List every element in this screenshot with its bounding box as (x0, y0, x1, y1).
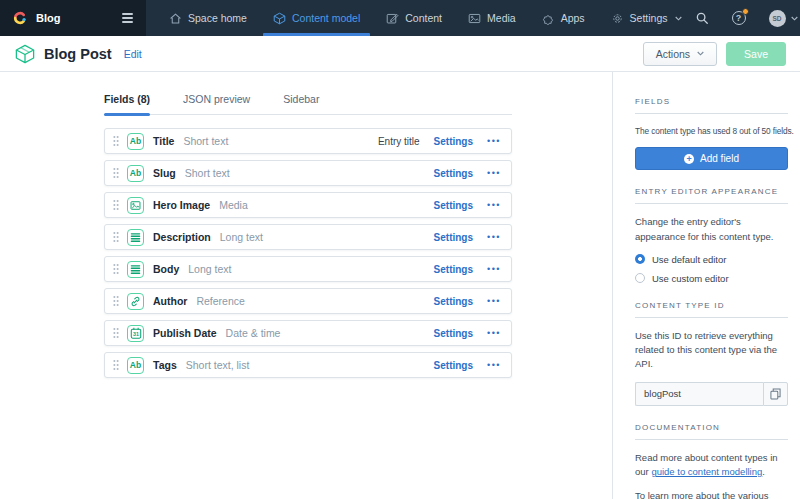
chevron-down-icon (697, 51, 704, 56)
nav-item-label: Apps (561, 12, 585, 24)
field-more-button[interactable]: ••• (487, 200, 501, 210)
add-field-button[interactable]: + Add field (635, 147, 788, 170)
field-type-text-icon: Ab (127, 357, 144, 374)
drag-handle-icon[interactable] (113, 295, 119, 307)
field-list: AbTitleShort textEntry titleSettings•••A… (104, 128, 512, 378)
field-settings-link[interactable]: Settings (434, 264, 473, 275)
editor-options: Use default editorUse custom editor (635, 254, 788, 284)
field-type: Reference (196, 295, 244, 307)
notification-dot (742, 8, 749, 15)
field-type: Long text (220, 231, 263, 243)
field-more-button[interactable]: ••• (487, 296, 501, 306)
field-settings-link[interactable]: Settings (434, 136, 473, 147)
radio-icon (635, 254, 645, 264)
nav-item-label: Content (405, 12, 442, 24)
content-model-icon (273, 12, 286, 25)
tab-json-preview[interactable]: JSON preview (183, 93, 250, 114)
doc-text: To learn more about the various ways of … (635, 490, 787, 499)
field-row-title: AbTitleShort textEntry titleSettings••• (104, 128, 512, 154)
field-settings-link[interactable]: Settings (434, 200, 473, 211)
field-more-button[interactable]: ••• (487, 360, 501, 370)
contentful-logo-icon[interactable] (12, 10, 28, 26)
drag-handle-icon[interactable] (113, 327, 119, 339)
field-more-button[interactable]: ••• (487, 264, 501, 274)
content-icon (386, 12, 399, 25)
copy-button[interactable] (763, 382, 788, 406)
media-icon (468, 12, 481, 25)
plus-icon: + (684, 154, 694, 164)
search-icon[interactable] (695, 11, 709, 25)
field-name: Body (153, 263, 179, 275)
field-more-button[interactable]: ••• (487, 328, 501, 338)
tab-fields-8[interactable]: Fields (8) (104, 93, 150, 114)
help-icon[interactable]: ? (732, 11, 746, 25)
drag-handle-icon[interactable] (113, 199, 119, 211)
drag-handle-icon[interactable] (113, 135, 119, 147)
svg-text:31: 31 (133, 331, 139, 337)
space-name: Blog (36, 12, 60, 24)
field-settings-link[interactable]: Settings (434, 296, 473, 307)
nav-item-settings[interactable]: Settings (598, 0, 695, 36)
field-settings-link[interactable]: Settings (434, 360, 473, 371)
field-type-date-icon: 31 (127, 325, 144, 342)
field-more-button[interactable]: ••• (487, 232, 501, 242)
tab-bar: Fields (8)JSON previewSidebar (104, 93, 512, 115)
nav-item-label: Media (487, 12, 516, 24)
field-type: Date & time (226, 327, 281, 339)
drag-handle-icon[interactable] (113, 167, 119, 179)
save-button[interactable]: Save (726, 42, 786, 66)
field-settings-link[interactable]: Settings (434, 232, 473, 243)
add-field-label: Add field (700, 153, 739, 164)
field-row-hero-image: Hero ImageMediaSettings••• (104, 192, 512, 218)
main-panel: Fields (8)JSON previewSidebar AbTitleSho… (0, 72, 612, 499)
menu-icon[interactable] (121, 10, 134, 26)
radio-option-use-custom-editor[interactable]: Use custom editor (635, 273, 788, 284)
nav-item-space-home[interactable]: Space home (156, 0, 260, 36)
field-settings-link[interactable]: Settings (434, 168, 473, 179)
radio-label: Use custom editor (652, 273, 729, 284)
field-more-button[interactable]: ••• (487, 136, 501, 146)
nav-item-content-model[interactable]: Content model (260, 0, 373, 36)
field-name: Slug (153, 167, 176, 179)
apps-icon (542, 12, 555, 25)
edit-link[interactable]: Edit (124, 48, 142, 60)
field-name: Author (153, 295, 187, 307)
chevron-down-icon (675, 16, 682, 21)
field-type-longtext-icon (127, 261, 144, 278)
content-type-icon (14, 43, 36, 65)
radio-label: Use default editor (652, 254, 726, 265)
field-row-tags: AbTagsShort text, listSettings••• (104, 352, 512, 378)
actions-button-label: Actions (656, 48, 690, 60)
documentation-paragraph-2: To learn more about the various ways of … (635, 489, 788, 499)
main-nav: Space homeContent modelContentMediaAppsS… (156, 0, 695, 36)
nav-item-media[interactable]: Media (455, 0, 529, 36)
nav-right: ? SD (695, 0, 800, 36)
account-menu[interactable]: SD (769, 10, 798, 27)
drag-handle-icon[interactable] (113, 231, 119, 243)
guide-to-content-modelling-link[interactable]: guide to content modelling (651, 466, 762, 477)
section-documentation: DOCUMENTATION Read more about content ty… (635, 423, 788, 499)
radio-icon (635, 273, 645, 283)
section-heading: FIELDS (635, 97, 788, 114)
field-more-button[interactable]: ••• (487, 168, 501, 178)
field-type: Long text (188, 263, 231, 275)
field-row-publish-date: 31Publish DateDate & timeSettings••• (104, 320, 512, 346)
field-type: Short text (183, 135, 228, 147)
doc-text: . (762, 466, 765, 477)
drag-handle-icon[interactable] (113, 263, 119, 275)
field-settings-link[interactable]: Settings (434, 328, 473, 339)
nav-item-apps[interactable]: Apps (529, 0, 598, 36)
field-type-longtext-icon (127, 229, 144, 246)
nav-item-content[interactable]: Content (373, 0, 455, 36)
radio-option-use-default-editor[interactable]: Use default editor (635, 254, 788, 265)
field-row-body: BodyLong textSettings••• (104, 256, 512, 282)
top-nav: Blog Space homeContent modelContentMedia… (0, 0, 800, 36)
drag-handle-icon[interactable] (113, 359, 119, 371)
field-type-reference-icon (127, 293, 144, 310)
field-type-media-icon (127, 197, 144, 214)
tab-sidebar[interactable]: Sidebar (283, 93, 319, 114)
right-sidebar: FIELDS The content type has used 8 out o… (612, 72, 800, 499)
editor-appearance-description: Change the entry editor's appearance for… (635, 215, 788, 244)
content-type-id-input[interactable] (635, 382, 763, 406)
actions-button[interactable]: Actions (643, 42, 717, 66)
